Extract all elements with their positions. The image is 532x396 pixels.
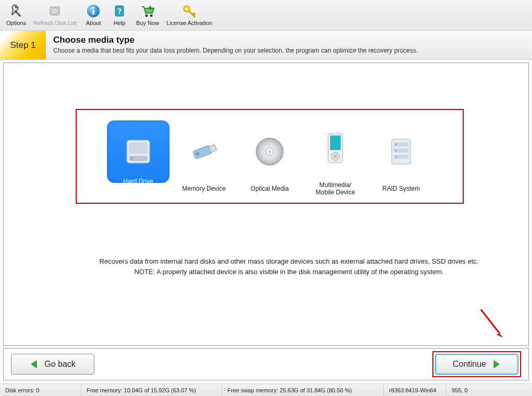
mobile-device-icon	[304, 117, 367, 179]
wizard-content: Hard Drive Memory Device	[3, 63, 529, 346]
wizard-navbar: Go back Continue	[3, 348, 529, 380]
raid-icon	[370, 120, 432, 183]
media-type-selector: Hard Drive Memory Device	[76, 109, 464, 204]
step-title: Choose media type	[53, 35, 418, 45]
svg-point-33	[395, 150, 397, 151]
toolbar-help-label: Help	[114, 20, 126, 26]
media-option-memory-device[interactable]: Memory Device	[172, 118, 236, 194]
info-icon	[86, 3, 101, 19]
svg-point-13	[186, 8, 188, 10]
svg-marker-38	[494, 361, 499, 368]
toolbar-buy-now[interactable]: Buy Now	[133, 2, 162, 27]
toolbar-refresh-disk-list: Refresh Disk List	[30, 2, 80, 27]
status-disk-errors: Disk errors: 0	[0, 384, 81, 396]
status-bar: Disk errors: 0 Free memory: 10.04G of 15…	[0, 383, 532, 396]
key-icon	[182, 3, 197, 19]
media-hard-drive-label: Hard Drive	[123, 178, 153, 185]
media-optical-label: Optical Media	[250, 185, 288, 192]
media-description-main: Recovers data from internal hard disks a…	[100, 257, 479, 265]
help-icon: ?	[112, 3, 127, 19]
continue-button[interactable]: Continue	[435, 354, 518, 375]
svg-point-11	[150, 15, 153, 17]
media-multimedia-label: Multimedia/ Mobile Device	[316, 181, 355, 196]
svg-point-32	[395, 143, 397, 145]
svg-point-6	[92, 7, 94, 9]
toolbar-license-activation[interactable]: License Activation	[163, 2, 215, 27]
go-back-button[interactable]: Go back	[11, 354, 94, 375]
status-free-swap: Free swap memory: 25.63G of 31.84G (80.5…	[222, 384, 384, 396]
hard-drive-icon	[107, 120, 170, 183]
go-back-label: Go back	[44, 360, 76, 369]
toolbar-about[interactable]: About	[81, 2, 106, 27]
svg-point-27	[334, 155, 337, 158]
toolbar-refresh-label: Refresh Disk List	[33, 20, 77, 26]
continue-highlight: Continue	[432, 351, 521, 377]
toolbar-license-label: License Activation	[166, 20, 212, 26]
cart-icon	[140, 3, 155, 19]
step-subtitle: Choose a media that best fits your data …	[53, 47, 418, 54]
tools-icon	[8, 3, 24, 19]
svg-point-23	[268, 150, 271, 153]
svg-rect-7	[92, 10, 94, 15]
svg-text:?: ?	[117, 7, 122, 15]
media-description: Recovers data from internal hard disks a…	[70, 257, 507, 277]
toolbar-help[interactable]: ? Help	[107, 2, 132, 27]
svg-point-10	[146, 15, 148, 17]
step-text: Choose media type Choose a media that be…	[46, 31, 425, 59]
media-option-hard-drive[interactable]: Hard Drive	[106, 118, 171, 194]
status-free-memory: Free memory: 10.04G of 15.92G (63.07 %)	[81, 384, 222, 396]
svg-rect-25	[330, 135, 341, 150]
continue-label: Continue	[453, 360, 486, 369]
status-cursor-pos: 955, 0	[446, 384, 532, 396]
svg-marker-37	[31, 361, 37, 368]
usb-stick-icon	[173, 120, 235, 183]
arrow-left-icon	[30, 360, 39, 369]
media-option-raid-system[interactable]: RAID System	[369, 118, 433, 194]
svg-rect-15	[129, 142, 148, 154]
svg-point-34	[395, 156, 397, 157]
media-description-note: NOTE: A properly attached device is also…	[70, 267, 507, 277]
toolbar-buy-label: Buy Now	[136, 20, 159, 26]
media-option-multimedia-device[interactable]: Multimedia/ Mobile Device	[303, 115, 368, 199]
svg-point-17	[131, 157, 133, 159]
step-header: Step 1 Choose media type Choose a media …	[0, 31, 532, 60]
toolbar: Options Refresh Disk List	[0, 0, 532, 31]
disc-icon	[238, 120, 301, 183]
toolbar-options-label: Options	[6, 20, 26, 26]
toolbar-about-label: About	[86, 20, 101, 26]
step-badge: Step 1	[0, 31, 46, 59]
media-option-optical-media[interactable]: Optical Media	[237, 118, 302, 194]
disk-refresh-icon	[47, 3, 63, 19]
media-memory-label: Memory Device	[182, 185, 225, 192]
toolbar-options[interactable]: Options	[3, 2, 29, 27]
status-build: r8363:8419-Win64	[384, 384, 446, 396]
svg-point-0	[19, 15, 21, 17]
arrow-right-icon	[491, 360, 501, 369]
media-raid-label: RAID System	[382, 185, 420, 192]
svg-point-3	[54, 10, 56, 12]
